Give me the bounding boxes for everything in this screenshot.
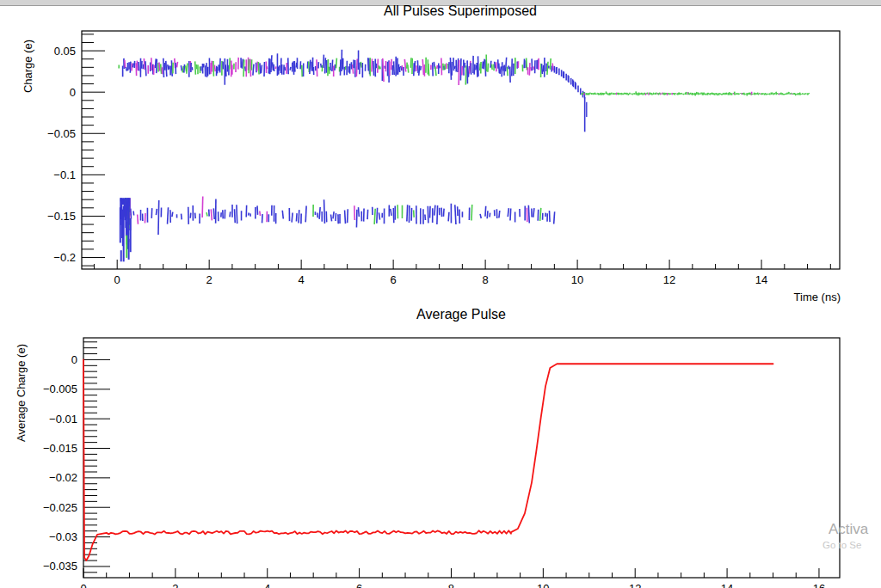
- x-tick-label: 6: [356, 582, 362, 588]
- y-axis: 0.050−0.05−0.1−0.15−0.2: [47, 34, 105, 266]
- x-tick-label: 14: [721, 582, 733, 588]
- y-tick-label: −0.025: [43, 501, 77, 514]
- x-tick-label: 2: [206, 273, 213, 286]
- series-falling-edge: [554, 66, 586, 132]
- chart1-y-axis-title: Charge (e): [22, 40, 34, 93]
- x-tick-label: 4: [264, 582, 270, 588]
- y-tick-label: −0.015: [43, 442, 77, 455]
- x-tick-label: 2: [172, 582, 178, 588]
- y-axis: 0−0.005−0.01−0.015−0.02−0.025−0.03−0.035: [43, 342, 110, 573]
- x-tick-label: 8: [483, 273, 489, 286]
- series-settled-tail: [582, 91, 810, 95]
- chart-1-pad: 0.050−0.05−0.1−0.15−0.202468101214: [47, 31, 840, 286]
- watermark-line2: Go to Se: [822, 540, 868, 550]
- y-tick-label: −0.15: [47, 210, 76, 223]
- y-tick-label: −0.035: [43, 560, 77, 573]
- root-canvas: 0.050−0.05−0.1−0.15−0.2024681012140−0.00…: [0, 0, 881, 588]
- chart1-x-axis-title: Time (ns): [794, 291, 841, 303]
- series-average-pulse-curve: [83, 359, 773, 560]
- chart-2-pad: 0−0.005−0.01−0.015−0.02−0.025−0.03−0.035…: [43, 338, 840, 588]
- x-tick-label: 0: [114, 273, 120, 286]
- x-axis: 02468101214: [94, 260, 830, 286]
- y-tick-label: −0.005: [43, 383, 77, 395]
- x-tick-label: 4: [299, 273, 305, 286]
- y-tick-label: 0: [70, 86, 76, 99]
- y-tick-label: −0.1: [53, 168, 76, 181]
- chart2-y-axis-title: Average Charge (e): [15, 344, 28, 442]
- x-tick-label: 6: [391, 273, 397, 286]
- y-tick-label: 0: [71, 353, 77, 366]
- x-tick-label: 8: [448, 582, 454, 588]
- plot-frame: [83, 338, 840, 578]
- y-tick-label: −0.2: [53, 251, 76, 264]
- y-tick-label: −0.02: [49, 471, 77, 484]
- x-tick-label: 12: [663, 273, 675, 286]
- y-tick-label: 0.05: [54, 45, 76, 58]
- chart1-title: All Pulses Superimposed: [384, 3, 537, 19]
- x-tick-label: 10: [571, 273, 583, 286]
- chart2-title: Average Pulse: [416, 307, 506, 322]
- x-tick-label: 14: [755, 273, 767, 286]
- y-tick-label: −0.05: [47, 127, 76, 140]
- y-tick-label: −0.01: [49, 413, 77, 426]
- os-activation-watermark: Activa Go to Se: [822, 521, 868, 550]
- x-tick-label: 12: [629, 582, 641, 588]
- y-tick-label: −0.03: [49, 530, 77, 543]
- x-tick-label: 16: [813, 582, 825, 588]
- series-superimposed-pulses-low-band: [120, 197, 555, 262]
- x-tick-label: 10: [537, 582, 549, 588]
- series-superimposed-pulses-high-band: [119, 50, 553, 85]
- watermark-line1: Activa: [829, 521, 868, 538]
- x-tick-label: 0: [80, 582, 86, 588]
